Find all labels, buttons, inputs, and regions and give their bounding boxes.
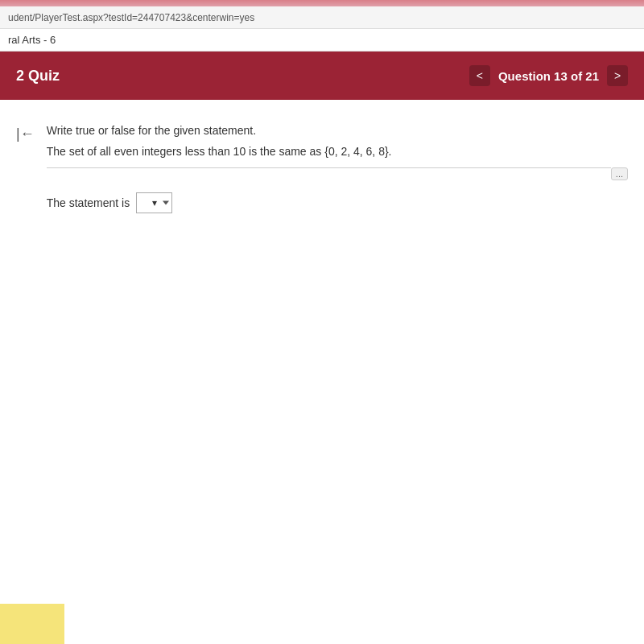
divider-row: ... xyxy=(47,167,628,168)
collapse-icon[interactable]: |← xyxy=(16,126,35,213)
browser-url-bar: udent/PlayerTest.aspx?testId=244707423&c… xyxy=(0,6,644,29)
top-stripe xyxy=(0,0,644,6)
sticky-note xyxy=(0,604,64,644)
question-counter: Question 13 of 21 xyxy=(498,69,599,83)
more-options-button[interactable]: ... xyxy=(611,167,628,180)
answer-dropdown[interactable]: ▾ xyxy=(136,192,172,213)
quiz-header: 2 Quiz < Question 13 of 21 > xyxy=(0,52,644,100)
question-body: Write true or false for the given statem… xyxy=(47,124,628,213)
question-navigation: < Question 13 of 21 > xyxy=(469,65,628,86)
quiz-title: 2 Quiz xyxy=(16,68,60,85)
secondary-bar: ral Arts - 6 xyxy=(0,29,644,52)
answer-row: The statement is ▾ xyxy=(47,192,628,213)
url-text: udent/PlayerTest.aspx?testId=244707423&c… xyxy=(8,12,254,23)
breadcrumb: ral Arts - 6 xyxy=(8,34,56,46)
answer-label: The statement is xyxy=(47,196,130,209)
dropdown-cursor: ▾ xyxy=(152,197,157,208)
content-wrapper: |← Write true or false for the given sta… xyxy=(0,100,644,229)
content-area: |← Write true or false for the given sta… xyxy=(0,100,644,644)
question-instruction: Write true or false for the given statem… xyxy=(47,124,628,137)
prev-question-button[interactable]: < xyxy=(469,65,490,86)
next-question-button[interactable]: > xyxy=(607,65,628,86)
question-text: The set of all even integers less than 1… xyxy=(47,145,628,158)
divider xyxy=(47,167,611,168)
page-container: udent/PlayerTest.aspx?testId=244707423&c… xyxy=(0,0,644,644)
